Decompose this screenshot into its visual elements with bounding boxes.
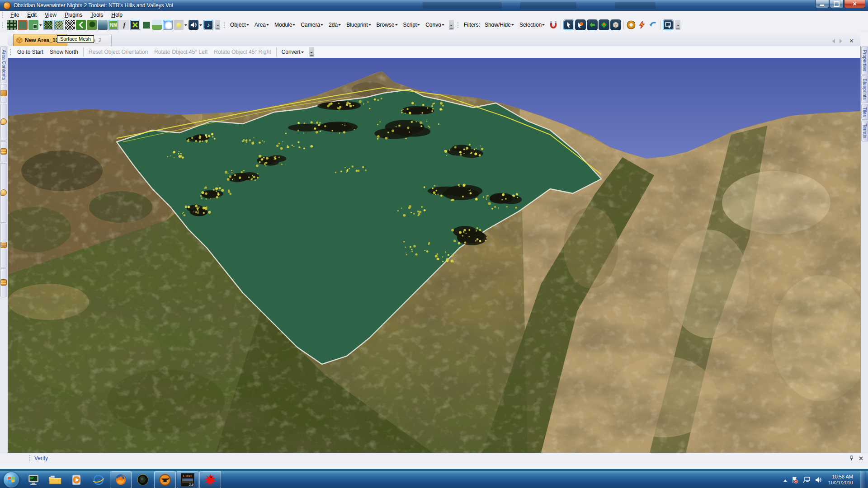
dropdown-arrow-icon[interactable] [199, 24, 202, 28]
sidebar-tab-campaign-conversations[interactable]: Campaign Conversations [0, 163, 7, 223]
network-icon[interactable] [802, 476, 811, 483]
normal-map-icon[interactable]: NM [108, 20, 118, 30]
menu-view[interactable]: View [41, 11, 61, 19]
sidebar-tab-resources[interactable]: Resources [0, 268, 7, 297]
scroll-tabs-right-icon[interactable] [840, 39, 844, 43]
reset-orientation-button[interactable]: Reset Object Orientation [85, 47, 151, 56]
3d-viewport[interactable] [8, 58, 860, 453]
snap-magnet-icon[interactable] [548, 20, 558, 30]
tile-tool[interactable] [610, 19, 621, 30]
tree-icon[interactable] [87, 20, 97, 30]
sidebar-tab-campaign-scripts[interactable]: Campaign Scripts [0, 224, 7, 267]
sidebar-tab-terrain[interactable]: Terrain [861, 121, 868, 141]
sidebar-tab-properties[interactable]: Properties [861, 47, 868, 75]
dropdown-arrow-icon[interactable] [39, 24, 42, 28]
surface-mesh-light-icon[interactable] [54, 20, 64, 30]
toolbar-menu-convo[interactable]: Convo [423, 21, 448, 29]
menu-help[interactable]: Help [107, 11, 127, 19]
small-square-icon[interactable] [141, 20, 151, 30]
menu-tools[interactable]: Tools [86, 11, 107, 19]
taskbar-item-internet-explorer[interactable]: e [88, 472, 109, 488]
close-panel-icon[interactable] [859, 456, 863, 461]
show-desktop-button[interactable] [860, 471, 866, 488]
toolbar-menu-browse[interactable]: Browse [374, 21, 401, 29]
toolbar-overflow-icon[interactable] [675, 20, 680, 30]
marquee-select-tool[interactable] [663, 19, 674, 30]
landscape-icon[interactable] [152, 20, 162, 30]
water-icon[interactable] [98, 20, 108, 30]
music-icon[interactable]: ♪ [203, 20, 213, 30]
rotate-45-right-button[interactable]: Rotate Object 45° Right [211, 47, 274, 56]
pin-icon[interactable] [849, 455, 854, 461]
taskbar-clock[interactable]: 10:58 AM 10/21/2010 [828, 474, 853, 486]
toolbar-menu-module[interactable]: Module [272, 21, 298, 29]
green-x-icon[interactable] [130, 20, 140, 30]
back-arrow-icon[interactable] [76, 20, 86, 30]
paint-terrain-icon[interactable] [28, 20, 38, 30]
action-center-flag-icon[interactable] [791, 476, 798, 483]
target-ring-icon[interactable] [626, 20, 636, 30]
sidebar-tab-scripts[interactable]: Scripts [0, 141, 7, 162]
toolbar-grip[interactable] [457, 22, 459, 28]
taskbar-item-media-player[interactable] [66, 472, 87, 488]
go-to-start-button[interactable]: Go to Start [14, 47, 47, 56]
lightning-tool[interactable] [637, 20, 647, 30]
toolbar-menu-object[interactable]: Object [228, 21, 252, 29]
undo-swoosh-tool[interactable] [648, 20, 658, 30]
toolbar-menu-area[interactable]: Area [252, 21, 272, 29]
toolbar-overflow-icon[interactable] [215, 20, 220, 30]
menu-plugins[interactable]: Plugins [61, 11, 86, 19]
panel-grip[interactable] [29, 455, 31, 461]
close-tab-icon[interactable]: ✕ [849, 38, 854, 44]
toolbar-grip[interactable] [9, 49, 12, 55]
taskbar-item-game[interactable] [132, 472, 153, 488]
sidebar-tab-tiles[interactable]: Tiles [861, 104, 868, 120]
toolbar-menu-camera[interactable]: Camera [298, 21, 326, 29]
select-tool[interactable] [563, 19, 574, 30]
start-button[interactable] [4, 472, 19, 488]
menu-edit[interactable]: Edit [23, 11, 41, 19]
taskbar-item-nwn2-toolset[interactable] [199, 471, 221, 488]
close-button[interactable]: ✕ [844, 0, 865, 8]
sidebar-tab-blueprints[interactable]: Blueprints [861, 75, 868, 103]
tray-expand-icon[interactable] [783, 478, 787, 483]
toolbar-menu-blueprint[interactable]: Blueprint [344, 21, 374, 29]
filter-selection-menu[interactable]: Selection [517, 21, 548, 29]
rotate-tool[interactable] [587, 19, 598, 30]
verify-tab[interactable]: Verify [34, 455, 48, 461]
select-move-tool[interactable] [575, 19, 586, 30]
menu-file[interactable]: File [6, 11, 23, 19]
grid-icon[interactable] [7, 20, 17, 30]
surface-mesh-dark-icon[interactable] [43, 20, 53, 30]
scale-tool[interactable] [599, 19, 609, 30]
walkmesh-icon[interactable] [18, 20, 28, 30]
rotate-45-left-button[interactable]: Rotate Object 45° Left [151, 47, 211, 56]
toolbar-grip[interactable] [2, 12, 4, 18]
toolbar-overflow-icon[interactable] [309, 47, 314, 57]
maximize-button[interactable] [830, 0, 844, 8]
sound-icon[interactable] [189, 20, 198, 30]
wireframe-mesh-icon[interactable] [65, 20, 75, 30]
taskbar-item-explorer[interactable] [45, 472, 66, 488]
sidebar-tab-area-contents[interactable]: Area Contents [0, 47, 7, 83]
volume-icon[interactable] [815, 476, 822, 483]
minimize-button[interactable] [815, 0, 829, 8]
toolbar-grip[interactable] [2, 22, 4, 28]
sidebar-tab-areas[interactable]: Areas [0, 84, 7, 103]
convert-menu-button[interactable]: Convert [278, 47, 308, 56]
toolbar-grip[interactable] [223, 22, 226, 28]
function-icon[interactable]: f [119, 20, 129, 30]
taskbar-item-l3dt[interactable]: L3DT 2.9 [177, 471, 198, 488]
sidebar-tab-conversations[interactable]: Conversations [0, 104, 7, 141]
toolbar-overflow-icon[interactable] [449, 20, 454, 30]
scroll-tabs-left-icon[interactable] [830, 39, 835, 43]
sun-icon[interactable] [174, 20, 184, 30]
toolbar-menu-2da[interactable]: 2da [326, 21, 344, 29]
taskbar-item-toolset[interactable] [154, 471, 176, 488]
taskbar-item-console[interactable] [23, 472, 44, 488]
toolbar-menu-script[interactable]: Script [401, 21, 424, 29]
sky-clouds-icon[interactable] [163, 20, 173, 30]
taskbar-item-firefox[interactable] [110, 471, 132, 488]
dropdown-arrow-icon[interactable] [184, 24, 187, 28]
show-north-button[interactable]: Show North [47, 47, 81, 56]
